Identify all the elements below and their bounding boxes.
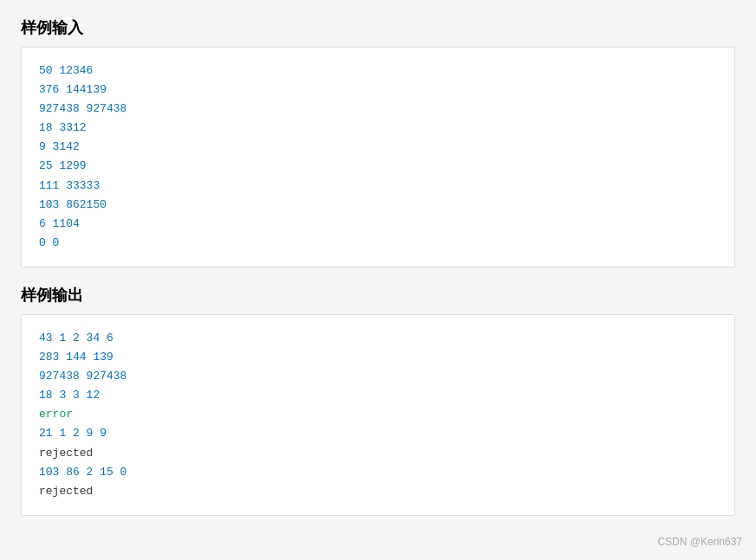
section-input: 样例输入 50 12346 376 144139 927438 927438 1…: [21, 17, 735, 267]
input-line: 927438 927438: [39, 102, 126, 115]
output-line: rejected: [39, 485, 93, 498]
output-line: 43 1 2 34 6: [39, 331, 113, 344]
section-output: 样例输出 43 1 2 34 6 283 144 139 927438 9274…: [21, 285, 735, 516]
output-line: 103 86 2 15 0: [39, 466, 126, 479]
input-line: 103 862150: [39, 198, 107, 211]
input-line: 376 144139: [39, 83, 107, 96]
output-line: 927438 927438: [39, 370, 126, 383]
input-line: 111 33333: [39, 179, 100, 192]
input-line: 50 12346: [39, 64, 93, 77]
output-code-box: 43 1 2 34 6 283 144 139 927438 927438 18…: [21, 314, 735, 516]
output-line: rejected: [39, 447, 93, 460]
output-line: 18 3 3 12: [39, 389, 100, 402]
input-line: 6 1104: [39, 217, 80, 230]
output-line: 21 1 2 9 9: [39, 427, 107, 440]
input-line: 9 3142: [39, 140, 80, 153]
input-line: 25 1299: [39, 159, 87, 172]
input-code-box: 50 12346 376 144139 927438 927438 18 331…: [21, 47, 735, 267]
input-code-content: 50 12346 376 144139 927438 927438 18 331…: [39, 61, 717, 253]
output-line: 283 144 139: [39, 351, 113, 364]
section-output-title: 样例输出: [21, 285, 735, 306]
output-code-content: 43 1 2 34 6 283 144 139 927438 927438 18…: [39, 329, 717, 501]
input-line: 0 0: [39, 236, 59, 249]
output-line: error: [39, 408, 73, 421]
section-input-title: 样例输入: [21, 17, 735, 38]
watermark: CSDN @Kerin637: [657, 536, 742, 548]
input-line: 18 3312: [39, 121, 87, 134]
